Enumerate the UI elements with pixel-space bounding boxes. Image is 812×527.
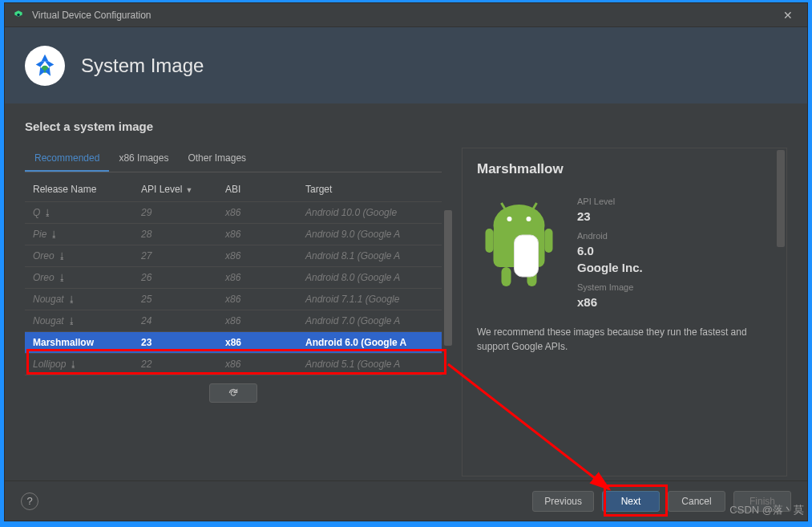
cell-abi: x86 [217, 354, 297, 375]
cell-abi: x86 [217, 245, 297, 267]
download-icon[interactable]: ⭳ [67, 316, 76, 326]
svg-point-10 [507, 217, 512, 221]
page-title: System Image [81, 55, 204, 77]
cell-release-name: Q⭳ [25, 202, 133, 224]
table-row[interactable]: Lollipop⭳22x86Android 5.1 (Google A [25, 354, 442, 375]
cell-target: Android 7.1.1 (Google [297, 289, 442, 310]
svg-point-0 [17, 13, 20, 16]
cell-target: Android 10.0 (Google [297, 202, 442, 224]
cell-release-name: Oreo⭳ [25, 245, 133, 267]
cell-target: Android 8.1 (Google A [297, 245, 442, 267]
cell-api-level: 25 [133, 289, 217, 310]
cell-target: Android 8.0 (Google A [297, 267, 442, 289]
table-row[interactable]: Oreo⭳27x86Android 8.1 (Google A [25, 245, 442, 267]
cell-api-level: 29 [133, 202, 217, 224]
android-marshmallow-icon [477, 192, 561, 296]
content-area: Select a system image Recommendedx86 Ima… [5, 103, 807, 480]
footer: ? Previous Next Cancel Finish [5, 480, 807, 521]
cancel-button[interactable]: Cancel [668, 491, 725, 512]
cell-api-level: 27 [133, 245, 217, 267]
download-icon[interactable]: ⭳ [67, 294, 76, 304]
svg-rect-6 [502, 267, 511, 286]
download-icon[interactable]: ⭳ [58, 273, 67, 282]
scrollbar-thumb[interactable] [444, 210, 452, 346]
value-api-level: 23 [577, 209, 643, 223]
banner: System Image [5, 27, 807, 103]
scrollbar-thumb[interactable] [777, 150, 785, 247]
table-row[interactable]: Pie⭳28x86Android 9.0 (Google A [25, 224, 442, 245]
tab-bar: Recommendedx86 ImagesOther Images [25, 148, 442, 172]
detail-panel: Marshmallow [462, 148, 787, 476]
table-row[interactable]: Oreo⭳26x86Android 8.0 (Google A [25, 267, 442, 289]
col-abi[interactable]: ABI [217, 177, 297, 202]
cell-api-level: 26 [133, 267, 217, 289]
cell-release-name: Nougat⭳ [25, 310, 133, 332]
col-release-name[interactable]: Release Name [25, 177, 133, 202]
value-system-image: x86 [577, 295, 643, 309]
cell-abi: x86 [217, 310, 297, 332]
value-vendor: Google Inc. [577, 261, 643, 274]
cell-abi: x86 [217, 267, 297, 289]
detail-meta: API Level 23 Android 6.0 Google Inc. Sys… [577, 192, 643, 309]
tab-other-images[interactable]: Other Images [178, 148, 256, 172]
cell-target: Android 6.0 (Google A [297, 332, 442, 354]
help-button[interactable]: ? [21, 493, 38, 510]
cell-api-level: 22 [133, 354, 217, 375]
label-android: Android [577, 231, 643, 241]
detail-scrollbar[interactable] [777, 150, 785, 474]
svg-rect-5 [545, 229, 553, 253]
label-system-image: System Image [577, 282, 643, 292]
dialog-window: Virtual Device Configuration ✕ System Im… [4, 2, 808, 521]
cell-api-level: 23 [133, 332, 217, 354]
table-row[interactable]: Nougat⭳25x86Android 7.1.1 (Google [25, 289, 442, 310]
svg-rect-4 [486, 229, 494, 253]
value-android-version: 6.0 [577, 244, 643, 257]
detail-title: Marshmallow [477, 161, 772, 177]
table-row[interactable]: Nougat⭳24x86Android 7.0 (Google A [25, 310, 442, 332]
svg-rect-12 [515, 235, 539, 277]
cell-target: Android 5.1 (Google A [297, 354, 442, 375]
cell-api-level: 28 [133, 224, 217, 245]
col-target[interactable]: Target [297, 177, 442, 202]
cell-release-name: Oreo⭳ [25, 267, 133, 289]
svg-point-11 [527, 217, 531, 221]
wizard-icon [25, 46, 65, 86]
download-icon[interactable]: ⭳ [50, 229, 59, 239]
cell-target: Android 7.0 (Google A [297, 310, 442, 332]
table-scrollbar[interactable] [443, 201, 453, 375]
cell-abi: x86 [217, 224, 297, 245]
next-button[interactable]: Next [602, 491, 660, 512]
cell-release-name: Pie⭳ [25, 224, 133, 245]
subheading: Select a system image [25, 120, 787, 133]
table-row[interactable]: Marshmallow23x86Android 6.0 (Google A [25, 332, 442, 354]
cell-release-name: Lollipop⭳ [25, 354, 133, 375]
cell-abi: x86 [217, 289, 297, 310]
download-icon[interactable]: ⭳ [43, 208, 52, 217]
cell-target: Android 9.0 (Google A [297, 224, 442, 245]
cell-abi: x86 [217, 202, 297, 224]
image-table: Release Name API Level▼ ABI Target Q⭳29x… [25, 177, 442, 375]
close-icon[interactable]: ✕ [777, 9, 799, 22]
cell-api-level: 24 [133, 310, 217, 332]
image-table-wrap: Release Name API Level▼ ABI Target Q⭳29x… [25, 177, 442, 375]
left-column: Recommendedx86 ImagesOther Images Releas… [25, 148, 442, 476]
window-title: Virtual Device Configuration [32, 10, 777, 21]
cell-abi: x86 [217, 332, 297, 354]
tab-x86-images[interactable]: x86 Images [109, 148, 178, 172]
refresh-icon [228, 387, 239, 399]
android-studio-icon [13, 10, 24, 21]
finish-button: Finish [733, 491, 791, 512]
download-icon[interactable]: ⭳ [69, 359, 78, 369]
tab-recommended[interactable]: Recommended [25, 148, 109, 172]
table-row[interactable]: Q⭳29x86Android 10.0 (Google [25, 202, 442, 224]
recommendation-note: We recommend these images because they r… [477, 325, 772, 354]
titlebar: Virtual Device Configuration ✕ [5, 3, 807, 27]
previous-button[interactable]: Previous [532, 491, 594, 512]
refresh-button[interactable] [209, 383, 257, 403]
cell-release-name: Nougat⭳ [25, 289, 133, 310]
label-api-level: API Level [577, 197, 643, 206]
sort-desc-icon: ▼ [185, 186, 192, 194]
col-api-level[interactable]: API Level▼ [133, 177, 217, 202]
cell-release-name: Marshmallow [25, 332, 133, 354]
download-icon[interactable]: ⭳ [58, 251, 67, 261]
